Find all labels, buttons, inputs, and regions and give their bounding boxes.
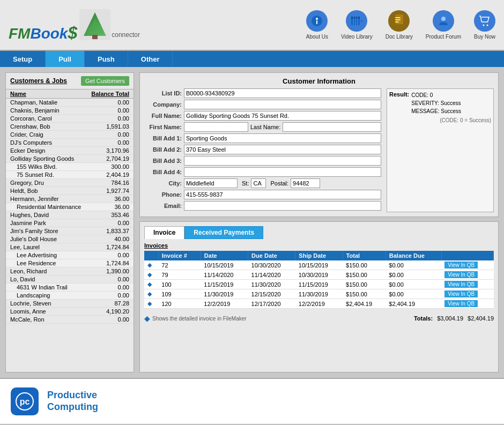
tab-pull[interactable]: Pull	[46, 51, 85, 67]
code-note: (CODE: 0 = Success)	[389, 117, 491, 123]
tab-invoice[interactable]: Invoice	[144, 226, 184, 239]
view-in-qb-button[interactable]: View In QB	[444, 290, 478, 297]
balance-sum: $2,404.19	[468, 315, 494, 322]
list-item[interactable]: Landscaping0.00	[6, 292, 134, 300]
list-item[interactable]: Corcoran, Carol0.00	[6, 115, 134, 123]
list-item[interactable]: Gregory, Dru784.16	[6, 179, 134, 187]
city-input[interactable]	[184, 178, 238, 188]
list-item[interactable]: Crenshaw, Bob1,591.03	[6, 123, 134, 131]
col-date: Date	[201, 251, 248, 260]
invoice-balance: $0.00	[386, 270, 441, 280]
col-action	[441, 251, 493, 260]
cart-icon	[474, 10, 495, 32]
invoice-action[interactable]: View In QB	[441, 280, 493, 289]
email-input[interactable]	[184, 201, 381, 211]
phone-label: Phone:	[144, 191, 182, 198]
nav-forum[interactable]: Product Forum	[426, 10, 461, 40]
list-item[interactable]: Crider, Craig0.00	[6, 131, 134, 139]
col-total: Total	[343, 251, 386, 260]
list-item[interactable]: Lee Advertising0.00	[6, 251, 134, 259]
list-item[interactable]: Ecker Design3,170.96	[6, 147, 134, 155]
list-id-input[interactable]	[184, 88, 381, 98]
list-item[interactable]: Lo, David0.00	[6, 275, 134, 284]
list-item[interactable]: Residential Maintenance36.00	[6, 203, 134, 211]
customer-list[interactable]: Chapman, Natalie0.00 Chaknis, Benjamin0.…	[6, 99, 134, 329]
svg-rect-3	[92, 35, 98, 39]
bill-add2-row: Bill Add 2:	[144, 145, 381, 154]
list-item[interactable]: Julie's Doll House40.00	[6, 235, 134, 243]
list-item[interactable]: Lee Residence1,724.84	[6, 259, 134, 267]
invoice-balance: $0.00	[386, 289, 441, 299]
tab-push[interactable]: Push	[85, 51, 128, 67]
row-arrow: ◆	[144, 270, 158, 280]
list-item[interactable]: 155 Wilks Blvd.300.00	[6, 163, 134, 171]
view-in-qb-button[interactable]: View In QB	[444, 300, 478, 307]
tab-received-payments[interactable]: Received Payments	[184, 226, 263, 239]
doc-label: Doc Library	[386, 34, 413, 40]
bill-add2-input[interactable]	[184, 145, 381, 154]
last-name-label: Last Name:	[250, 124, 280, 130]
tab-setup[interactable]: Setup	[0, 51, 46, 67]
right-panel: Customer Information List ID: Company:	[139, 72, 499, 372]
first-name-label: First Name:	[144, 124, 182, 130]
invoice-action[interactable]: View In QB	[441, 260, 493, 270]
invoice-num: 100	[158, 280, 201, 289]
list-item[interactable]: Golliday Sporting Goods2,704.19	[6, 155, 134, 163]
email-label: Email:	[144, 203, 182, 209]
company-input[interactable]	[184, 100, 381, 109]
list-item[interactable]: Hughes, David353.46	[6, 211, 134, 219]
view-in-qb-button[interactable]: View In QB	[444, 281, 478, 288]
tab-other[interactable]: Other	[128, 51, 173, 67]
nav-about[interactable]: About Us	[306, 10, 328, 40]
list-item[interactable]: Jasmine Park0.00	[6, 219, 134, 227]
invoice-date: 11/30/2019	[201, 289, 248, 299]
postal-input[interactable]	[291, 178, 320, 188]
state-input[interactable]	[251, 178, 266, 188]
info-and-result: List ID: Company: Full Name:	[144, 88, 494, 212]
full-name-label: Full Name:	[144, 113, 182, 119]
postal-label: Postal:	[270, 180, 288, 187]
footer-note: ◆ Shows the detailed invoice in FileMake…	[144, 314, 247, 323]
col-name: Name	[10, 91, 26, 97]
logo-dollar: $	[68, 23, 77, 42]
list-item[interactable]: Heldt, Bob1,927.74	[6, 187, 134, 195]
first-name-input[interactable]	[184, 122, 248, 132]
invoice-total: $150.00	[343, 289, 386, 299]
email-row: Email:	[144, 201, 381, 211]
list-item[interactable]: McCale, Ron0.00	[6, 316, 134, 324]
result-code: CODE: 0	[411, 91, 461, 99]
phone-input[interactable]	[184, 190, 381, 199]
nav-video[interactable]: Video Library	[341, 10, 373, 40]
invoice-ship: 10/15/2019	[295, 260, 343, 270]
invoice-action[interactable]: View In QB	[441, 289, 493, 299]
list-item[interactable]: Leon, Richard1,390.00	[6, 267, 134, 275]
view-in-qb-button[interactable]: View In QB	[444, 262, 478, 269]
header: FMBook$ connector	[0, 0, 504, 51]
list-item[interactable]: Loomis, Anne4,190.20	[6, 308, 134, 316]
list-item[interactable]: Chaknis, Benjamin0.00	[6, 107, 134, 115]
bill-add1-input[interactable]	[184, 133, 381, 143]
list-item[interactable]: Lee, Laurel1,724.84	[6, 243, 134, 251]
bill-add3-input[interactable]	[184, 156, 381, 166]
nav-cart[interactable]: Buy Now	[474, 10, 495, 40]
list-item[interactable]: Jim's Family Store1,833.37	[6, 227, 134, 235]
list-item[interactable]: Chapman, Natalie0.00	[6, 99, 134, 107]
view-in-qb-button[interactable]: View In QB	[444, 271, 478, 278]
list-item[interactable]: 75 Sunset Rd.2,404.19	[6, 171, 134, 179]
list-item[interactable]: Hermann, Jennifer36.00	[6, 195, 134, 203]
list-item[interactable]: 4631 W Indian Trail0.00	[6, 284, 134, 292]
forum-label: Product Forum	[426, 34, 461, 40]
last-name-input[interactable]	[283, 122, 381, 132]
list-item[interactable]: DJ's Computers0.00	[6, 139, 134, 147]
video-label: Video Library	[341, 34, 373, 40]
bill-add4-input[interactable]	[184, 167, 381, 177]
invoice-action[interactable]: View In QB	[441, 299, 493, 309]
row-arrow: ◆	[144, 289, 158, 299]
nav-doc[interactable]: Doc Library	[386, 10, 413, 40]
list-item[interactable]: Lochrie, Steven87.28	[6, 300, 134, 308]
full-name-input[interactable]	[184, 111, 381, 121]
invoice-action[interactable]: View In QB	[441, 270, 493, 280]
logo-text-books: Book	[30, 25, 68, 42]
bill-add1-row: Bill Add 1:	[144, 133, 381, 143]
get-customers-button[interactable]: Get Customers	[81, 76, 129, 86]
